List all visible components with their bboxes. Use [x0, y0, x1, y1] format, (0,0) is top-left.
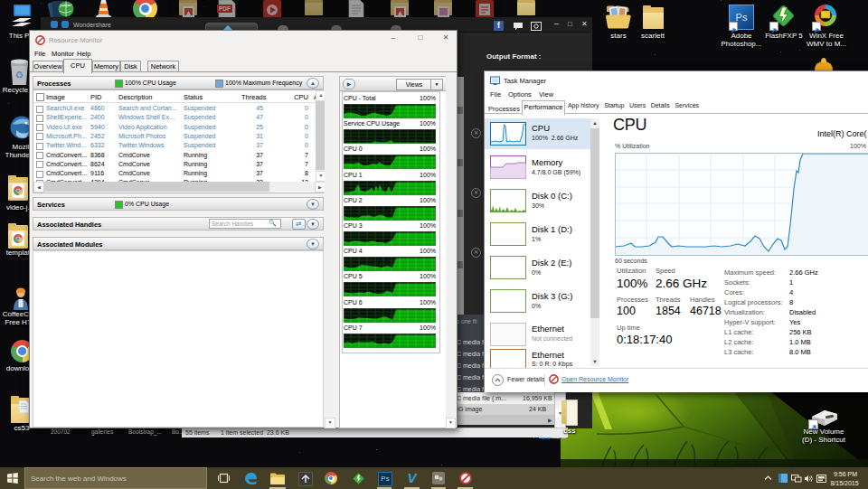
- svg-text:♻: ♻: [15, 70, 24, 80]
